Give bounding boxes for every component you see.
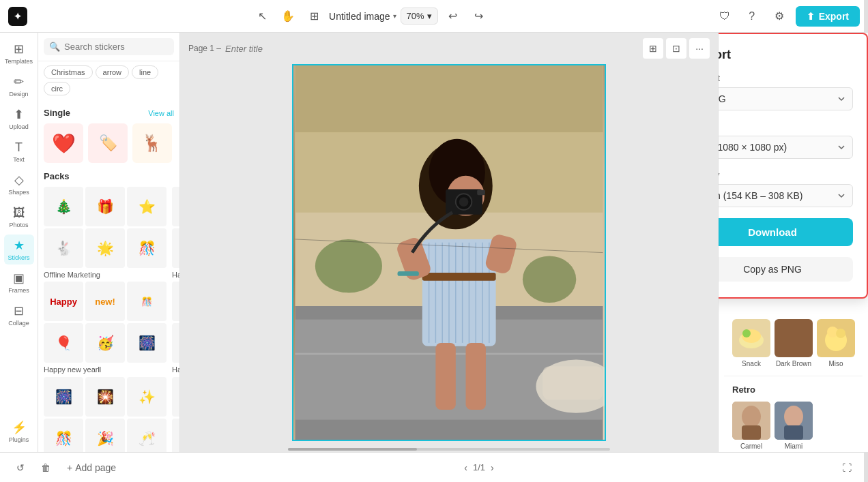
- pack-cell: 🎉: [172, 282, 179, 321]
- page-title-area[interactable]: Untitled image ▾: [329, 11, 396, 22]
- svg-rect-29: [466, 343, 486, 410]
- pack-cell: 🎉: [172, 187, 179, 226]
- undo-btn[interactable]: ↩: [442, 5, 464, 27]
- add-page-btn[interactable]: + Add page: [61, 460, 121, 476]
- right-panel: Export Format JPEG PNG SVG PDF Size 1× (…: [718, 33, 868, 452]
- pack-cell: ✨: [127, 377, 167, 417]
- pack-cell: 🐇: [44, 228, 83, 268]
- pack-happy-new-year-1[interactable]: 🎉 🎆 🥂 🎈 ✨ 🎇 Happy new year I: [172, 187, 179, 279]
- sticker-cell-reindeer[interactable]: 🦌: [132, 123, 172, 163]
- pack-cell: 🎊: [127, 228, 167, 268]
- download-button[interactable]: Download: [718, 218, 853, 246]
- sidebar-item-frames[interactable]: ▣ Frames: [4, 267, 34, 297]
- collage-label: Collage: [8, 320, 29, 327]
- copy-png-button[interactable]: Copy as PNG: [718, 257, 853, 282]
- pack-offline-marketing[interactable]: 🎄 🎁 ⭐ 🐇 🌟 🎊 Offline Marketing: [44, 187, 167, 279]
- topbar-center: ↖ ✋ ⊞ Untitled image ▾ 70% ▾ ↩ ↪: [251, 5, 490, 27]
- stickers-scroll[interactable]: Single View all ❤️ 🏷️ 🦌 Packs 🎄 🎁 ⭐: [38, 100, 179, 452]
- bottom-right: ⛶: [837, 460, 857, 476]
- panel-item-miso[interactable]: Miso: [817, 319, 855, 367]
- crop-tool-btn[interactable]: ⊞: [643, 38, 663, 59]
- canvas-title-input[interactable]: [225, 44, 341, 54]
- sidebar-item-templates[interactable]: ⊞ Templates: [4, 38, 34, 68]
- sidebar-item-design[interactable]: ✏ Design: [4, 71, 34, 101]
- pack-cell: 🎆: [44, 377, 83, 417]
- miso-label: Miso: [828, 360, 843, 367]
- delete-btn[interactable]: 🗑: [35, 460, 56, 476]
- svg-rect-27: [397, 271, 418, 276]
- expand-btn[interactable]: ⛶: [837, 460, 857, 476]
- delete-icon: 🗑: [41, 462, 50, 473]
- pack-cell: ⭐: [127, 187, 167, 226]
- search-input[interactable]: [64, 42, 169, 52]
- pack-food-drink[interactable]: 🍰 🥂 🍾 🍕 🍔 🧁 Food and Drink: [172, 377, 179, 452]
- panel-item-snack[interactable]: Snack: [732, 319, 770, 367]
- export-button[interactable]: ⬆ Export: [796, 6, 860, 27]
- format-select[interactable]: JPEG PNG SVG PDF: [718, 87, 853, 110]
- zoom-control[interactable]: 70% ▾: [401, 7, 438, 25]
- more-options-btn[interactable]: ···: [689, 38, 710, 59]
- topbar-right: 🛡 ? ⚙ ⬆ Export: [714, 5, 860, 27]
- sidebar-item-shapes[interactable]: ◇ Shapes: [4, 169, 34, 199]
- panel-item-carmel[interactable]: Carmel: [732, 402, 770, 450]
- pack-label-offline: Offline Marketing: [44, 271, 167, 279]
- prev-page-btn[interactable]: ‹: [464, 462, 467, 473]
- hand-tool-btn[interactable]: ✋: [277, 5, 299, 27]
- sidebar-item-stickers[interactable]: ★ Stickers: [4, 235, 34, 265]
- filter-tag-christmas[interactable]: Christmas: [44, 65, 93, 79]
- pack-happy-new-year-2[interactable]: Happy new! 🎊 🎈 🥳 🎆 Happy new yearⅡ: [44, 282, 167, 374]
- chevron-down-icon: ▾: [393, 12, 396, 20]
- quality-select[interactable]: High (154 KB – 308 KB) Medium (80 KB – 1…: [718, 184, 853, 207]
- canvas-scrollbar[interactable]: [180, 447, 718, 452]
- plugins-icon: ⚡: [12, 420, 27, 435]
- svg-point-42: [742, 406, 761, 427]
- photos-label: Photos: [9, 222, 28, 228]
- pack-label-hny2: Happy new yearⅡ: [44, 365, 167, 374]
- format-label: Format: [718, 73, 853, 83]
- panel-item-dark-brown[interactable]: Dark Brown: [775, 319, 813, 367]
- svg-rect-2: [295, 65, 603, 132]
- history-btn[interactable]: ↺: [11, 460, 30, 476]
- shield-icon-btn[interactable]: 🛡: [714, 5, 736, 27]
- stickers-label: Stickers: [8, 254, 29, 261]
- view-all-link[interactable]: View all: [148, 109, 174, 117]
- sidebar-item-collage[interactable]: ⊟ Collage: [4, 300, 34, 330]
- sticker-cell-heart[interactable]: ❤️: [44, 123, 83, 163]
- expand-icon: ⛶: [842, 462, 852, 473]
- filter-tag-arrow[interactable]: arrow: [96, 65, 130, 79]
- pack-happy-new-year-4[interactable]: 🎆 🎇 ✨ 🎊 🎉 🥂 Happy new year IV: [44, 377, 167, 452]
- pack-cell: 🎊: [44, 419, 83, 452]
- size-select[interactable]: 1× (1080 × 1080 px) 2× (2160 × 2160 px) …: [718, 136, 853, 159]
- redo-btn[interactable]: ↪: [468, 5, 490, 27]
- pack-cell: 🥳: [85, 323, 125, 363]
- logo-icon[interactable]: ✦: [8, 7, 27, 26]
- bottom-center: ‹ 1/1 ›: [464, 462, 493, 473]
- pack-cell: 🍕: [172, 419, 179, 452]
- panel-item-miami[interactable]: Miami: [775, 402, 813, 450]
- search-input-wrap[interactable]: 🔍: [44, 38, 174, 55]
- canvas-toolbar: Page 1 – ⊞ ⊡ ···: [180, 33, 718, 64]
- help-icon-btn[interactable]: ?: [741, 5, 763, 27]
- grid-view-btn[interactable]: ⊞: [303, 5, 325, 27]
- topbar-left: ✦: [8, 7, 27, 26]
- sticker-cell-sale[interactable]: 🏷️: [88, 123, 128, 163]
- sidebar-item-plugins[interactable]: ⚡ Plugins: [4, 417, 34, 447]
- pack-cell: 🎈: [172, 228, 179, 268]
- pack-cell: 🎆: [127, 323, 167, 363]
- sidebar-item-upload[interactable]: ⬆ Upload: [4, 104, 34, 134]
- filter-tag-line[interactable]: line: [132, 65, 158, 79]
- pack-happy-new-year-3[interactable]: 🎉 🎊 🎈 ✨ 🌟 🎆 Happy new year Ⅲ: [172, 282, 179, 374]
- snack-svg: [734, 321, 768, 355]
- sidebar-item-text[interactable]: T Text: [4, 136, 34, 166]
- next-page-btn[interactable]: ›: [491, 462, 494, 473]
- plugins-label: Plugins: [9, 436, 29, 443]
- qr-tool-btn[interactable]: ⊡: [666, 38, 686, 59]
- pack-label-hny3: Happy new year Ⅲ: [172, 365, 179, 374]
- settings-icon-btn[interactable]: ⚙: [768, 5, 790, 27]
- stickers-panel: 🔍 Christmas arrow line circ Single View …: [38, 33, 180, 452]
- sidebar-item-photos[interactable]: 🖼 Photos: [4, 202, 34, 232]
- cursor-tool-btn[interactable]: ↖: [251, 5, 273, 27]
- size-group: Size 1× (1080 × 1080 px) 2× (2160 × 2160…: [718, 121, 853, 159]
- stickers-search: 🔍: [38, 33, 179, 61]
- filter-tag-circ[interactable]: circ: [44, 82, 70, 95]
